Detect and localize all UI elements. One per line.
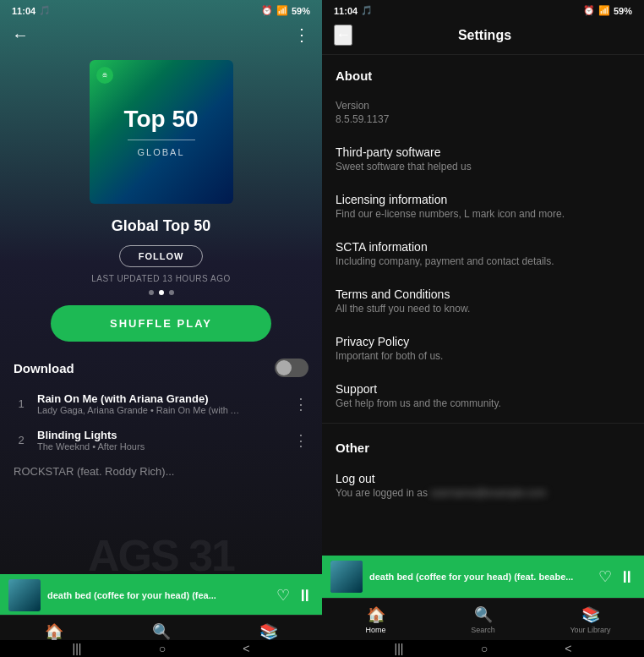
right-gesture-home-icon: ○ [481, 642, 488, 655]
left-np-heart-icon[interactable]: ♡ [276, 586, 290, 605]
toggle-thumb [276, 360, 292, 375]
settings-privacy[interactable]: Privacy Policy Important for both of us. [322, 325, 644, 372]
left-alarm-icon: ⏰ [261, 5, 273, 16]
playlist-cover: Top 50 GLOBAL [90, 60, 233, 204]
third-party-sub: Sweet software that helped us [336, 161, 630, 172]
left-time: 11:04 [12, 6, 35, 16]
right-gesture-back-icon: < [565, 642, 571, 655]
right-gesture-bar: ||| ○ < [322, 640, 644, 657]
dot-1 [149, 290, 154, 295]
settings-content: About Version 8.5.59.1137 Third-party so… [322, 55, 644, 556]
left-np-thumbnail [8, 579, 41, 611]
right-back-button[interactable]: ← [334, 25, 352, 46]
right-np-pause-icon[interactable]: ⏸ [619, 567, 636, 587]
track-info-1: Rain On Me (with Ariana Grande) Lady Gag… [37, 392, 285, 415]
left-gesture-bar: ||| ○ < [0, 640, 322, 657]
playlist-cover-container: Top 50 GLOBAL [0, 52, 322, 211]
left-np-thumb-img [8, 579, 41, 611]
cover-title: Top 50 [123, 107, 198, 133]
terms-sub: All the stuff you need to know. [336, 303, 630, 315]
left-library-icon: 📚 [259, 622, 278, 641]
playlist-info: Global Top 50 [0, 211, 322, 238]
right-spotify-status-icon: 🎵 [361, 5, 373, 16]
left-panel: 11:04 🎵 ⏰ 📶 59% ← ⋮ Top 50 GLOBAL [0, 0, 322, 657]
left-back-button[interactable]: ← [12, 25, 29, 45]
download-toggle[interactable] [275, 359, 308, 377]
settings-logout[interactable]: Log out You are logged in as username@ex… [322, 462, 644, 509]
left-gesture-menu-icon: ||| [73, 642, 82, 655]
right-gesture-menu-icon: ||| [395, 642, 404, 655]
left-np-title: death bed (coffee for your head) (fea... [47, 590, 270, 600]
right-nav-library[interactable]: 📚 Your Library [537, 599, 644, 640]
right-search-icon: 🔍 [474, 605, 493, 624]
track-item-2[interactable]: 2 Blinding Lights The Weeknd • After Hou… [0, 422, 322, 458]
licensing-title: Licensing information [336, 193, 630, 206]
scta-sub: Including company, payment and contact d… [336, 255, 630, 267]
section-divider [322, 423, 644, 424]
left-spotify-status-icon: 🎵 [39, 5, 51, 16]
right-np-heart-icon[interactable]: ♡ [598, 567, 612, 586]
right-home-label: Home [365, 626, 385, 634]
dot-3 [169, 290, 174, 295]
support-sub: Get help from us and the community. [336, 397, 630, 409]
terms-title: Terms and Conditions [336, 287, 630, 301]
logout-username: username@example.com [430, 487, 546, 499]
svg-point-0 [101, 71, 109, 79]
licensing-sub: Find our e-license numbers, L mark icon … [336, 208, 630, 220]
logout-sub: You are logged in as username@example.co… [336, 487, 630, 499]
right-np-thumbnail [330, 561, 363, 593]
left-more-button[interactable]: ⋮ [293, 25, 310, 45]
settings-third-party[interactable]: Third-party software Sweet software that… [322, 135, 644, 183]
logout-title: Log out [336, 472, 630, 485]
track-item[interactable]: 1 Rain On Me (with Ariana Grande) Lady G… [0, 386, 322, 422]
track-num-2: 2 [14, 434, 29, 446]
shuffle-play-button[interactable]: SHUFFLE PLAY [51, 305, 271, 342]
right-panel: 11:04 🎵 ⏰ 📶 59% ← Settings About Version… [322, 0, 644, 657]
track-artist-2: The Weeknd • After Hours [37, 441, 240, 452]
version-label: Version [336, 100, 630, 112]
left-battery: 59% [292, 6, 310, 16]
track-info-2: Blinding Lights The Weeknd • After Hours [37, 429, 285, 452]
right-status-bar: 11:04 🎵 ⏰ 📶 59% [322, 0, 644, 21]
right-nav-search[interactable]: 🔍 Search [429, 599, 537, 640]
follow-button[interactable]: FOLLOW [119, 245, 204, 267]
track-item-3-partial[interactable]: ROCKSTAR (feat. Roddy Rich)... [0, 458, 322, 485]
right-page-title: Settings [361, 28, 609, 43]
left-top-nav: ← ⋮ [0, 21, 322, 52]
settings-scta[interactable]: SCTA information Including company, paym… [322, 230, 644, 277]
track-more-2[interactable]: ⋮ [293, 431, 308, 450]
right-home-icon: 🏠 [367, 605, 385, 624]
dot-2 [159, 290, 164, 295]
track-artist-1: Lady Gaga, Ariana Grande • Rain On Me (w… [37, 405, 240, 415]
version-value: 8.5.59.1137 [336, 113, 630, 125]
right-alarm-icon: ⏰ [583, 5, 595, 16]
settings-other-header: Other [322, 427, 644, 462]
support-title: Support [336, 382, 630, 396]
scta-title: SCTA information [336, 240, 630, 254]
left-np-pause-icon[interactable]: ⏸ [297, 586, 314, 605]
right-library-icon: 📚 [581, 605, 600, 624]
track-more-1[interactable]: ⋮ [293, 395, 308, 413]
playlist-name: Global Top 50 [112, 217, 211, 234]
settings-licensing[interactable]: Licensing information Find our e-license… [322, 183, 644, 230]
cover-spotify-icon [96, 67, 113, 84]
right-wifi-icon: 📶 [598, 5, 610, 16]
left-gesture-home-icon: ○ [159, 642, 166, 655]
last-updated: LAST UPDATED 13 HOURS AGO [0, 271, 322, 287]
download-label: Download [14, 361, 74, 375]
right-now-playing-bar[interactable]: death bed (coffee for your head) (feat. … [322, 556, 644, 598]
left-gesture-back-icon: < [243, 642, 249, 655]
right-nav-home[interactable]: 🏠 Home [322, 599, 429, 640]
right-time: 11:04 [334, 6, 357, 16]
settings-support[interactable]: Support Get help from us and the communi… [322, 372, 644, 419]
right-np-title: death bed (coffee for your head) (feat. … [369, 572, 592, 582]
right-library-label: Your Library [570, 626, 610, 634]
track-title-2: Blinding Lights [37, 429, 240, 441]
settings-terms[interactable]: Terms and Conditions All the stuff you n… [322, 277, 644, 325]
cover-subtitle: GLOBAL [137, 147, 184, 157]
privacy-sub: Important for both of us. [336, 350, 630, 362]
cover-divider [128, 140, 195, 140]
follow-btn-container: FOLLOW [0, 238, 322, 271]
left-now-playing-bar[interactable]: death bed (coffee for your head) (fea...… [0, 574, 322, 616]
settings-version: Version 8.5.59.1137 [322, 90, 644, 135]
